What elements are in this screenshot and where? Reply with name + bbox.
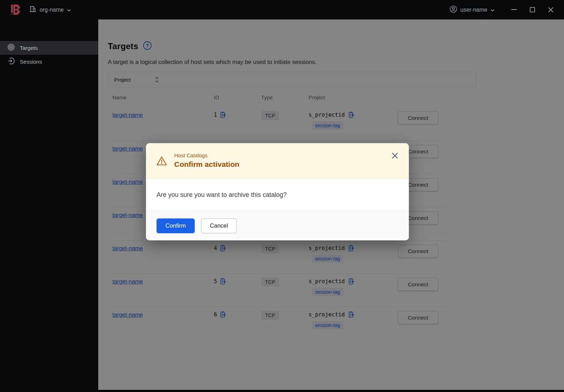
main-area: Targets ? A target is a logical collecti…: [98, 19, 564, 392]
user-name-label: user-name: [460, 7, 487, 13]
user-menu[interactable]: user-name: [450, 5, 495, 14]
org-name-label: org-name: [40, 7, 64, 13]
warning-icon: [156, 156, 167, 168]
sidebar: Targets Sessions: [0, 19, 98, 392]
confirm-button[interactable]: Confirm: [157, 218, 195, 233]
window-minimize-button[interactable]: [505, 0, 523, 19]
titlebar-right: user-name: [450, 0, 564, 19]
sidebar-item-label: Sessions: [20, 59, 42, 65]
cancel-button[interactable]: Cancel: [201, 218, 237, 233]
close-icon[interactable]: [392, 152, 398, 160]
dialog-header: Host Catalogs Confirm activation: [146, 143, 409, 179]
window-close-button[interactable]: [541, 0, 560, 19]
target-icon: [7, 43, 15, 52]
dialog-question: Are you sure you want to archive this ca…: [157, 191, 287, 199]
window-maximize-button[interactable]: [523, 0, 541, 19]
sidebar-item-targets[interactable]: Targets: [0, 41, 98, 55]
dialog-eyebrow: Host Catalogs: [174, 152, 207, 158]
title-bar: org-name user-name: [0, 0, 564, 19]
dialog-footer: Confirm Cancel: [146, 211, 409, 240]
boundary-logo-icon: [10, 4, 21, 16]
org-icon: [29, 5, 36, 14]
session-icon: [7, 57, 15, 66]
dialog-title: Confirm activation: [174, 160, 239, 169]
sidebar-item-sessions[interactable]: Sessions: [0, 55, 98, 69]
confirm-dialog: Host Catalogs Confirm activation Are you…: [146, 143, 409, 240]
dialog-body: Are you sure you want to archive this ca…: [146, 179, 409, 211]
sidebar-item-label: Targets: [20, 45, 38, 51]
org-switcher[interactable]: org-name: [29, 5, 71, 14]
chevron-down-icon: [490, 7, 495, 13]
chevron-down-icon: [67, 7, 71, 13]
user-icon: [450, 5, 457, 14]
